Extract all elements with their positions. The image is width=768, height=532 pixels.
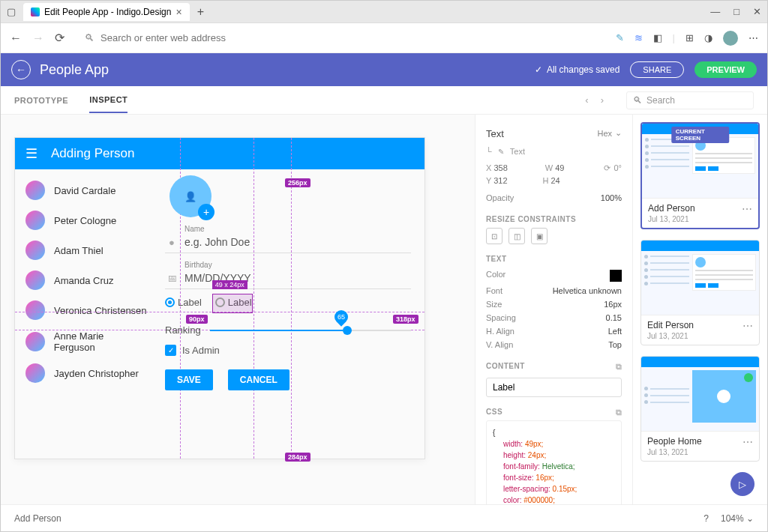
measure-top: 256px xyxy=(285,178,310,187)
slider-thumb[interactable] xyxy=(343,326,352,335)
corner-icon: └ xyxy=(486,147,492,156)
constraint-icon[interactable]: ▣ xyxy=(531,228,548,244)
maximize-icon[interactable]: □ xyxy=(734,6,740,17)
name-field[interactable]: ● e.g. John Doe xyxy=(165,233,411,253)
birthday-field[interactable]: 📅︎ MM/DD/YYYY xyxy=(165,269,411,289)
screens-panel: CURRENT SCREEN Add PersonJul 13, 2021 ⋯ xyxy=(632,115,767,504)
form: 👤 + Name ● e.g. John Doe Birthday 📅︎ MM/… xyxy=(158,169,424,459)
radio-option-1[interactable]: Label xyxy=(165,297,202,308)
flow-icon[interactable]: ≋ xyxy=(634,32,643,43)
search-icon: 🔍︎ xyxy=(85,32,94,43)
refresh-icon[interactable]: ⟳ xyxy=(55,31,68,45)
minimize-icon[interactable]: — xyxy=(710,6,720,17)
close-window-icon[interactable]: ✕ xyxy=(753,6,761,17)
browser-tab[interactable]: Edit People App - Indigo.Design × xyxy=(23,3,190,21)
save-button[interactable]: SAVE xyxy=(165,369,213,390)
copy-icon[interactable]: ⧉ xyxy=(616,362,622,372)
list-item[interactable]: Amanda Cruz xyxy=(15,265,158,295)
people-list: David Cardale Peter Cologne Adam Thiel A… xyxy=(15,169,158,459)
ranking-slider[interactable]: 65 xyxy=(210,330,411,331)
color-format-select[interactable]: Hex ⌄ xyxy=(597,128,622,138)
content-header: CONTENT⧉ xyxy=(486,362,622,370)
app-icon[interactable]: ⊞ xyxy=(686,32,694,43)
measure-right: 318px xyxy=(393,315,418,324)
search-icon: 🔍︎ xyxy=(633,95,642,106)
css-output: { width: 49px; height: 24px; font-family… xyxy=(486,420,622,504)
list-item[interactable]: Veronica Christensen xyxy=(15,295,158,325)
collections-icon[interactable]: ◧ xyxy=(653,32,662,43)
color-swatch[interactable] xyxy=(610,270,622,282)
inspect-panel: Text Hex ⌄ └ ✎ Text X 358 W 49 ⟳0° Y 312… xyxy=(475,115,632,504)
radio-icon xyxy=(215,297,225,307)
calendar-icon: 📅︎ xyxy=(165,273,178,284)
more-icon[interactable]: ⋯ xyxy=(742,320,753,332)
avatar-upload[interactable]: 👤 + xyxy=(170,175,212,217)
tab-inspect[interactable]: INSPECT xyxy=(89,88,128,113)
content-input[interactable] xyxy=(486,378,622,397)
text-header: TEXT xyxy=(486,255,622,263)
copy-icon[interactable]: ⧉ xyxy=(616,408,622,417)
screen-card[interactable]: CURRENT SCREEN Add PersonJul 13, 2021 ⋯ xyxy=(640,122,760,229)
forward-icon[interactable]: → xyxy=(32,31,46,45)
url-input[interactable] xyxy=(100,32,599,43)
extension-icon[interactable]: ✎ xyxy=(616,32,624,43)
edit-icon[interactable]: ✎ xyxy=(498,148,504,156)
play-fab[interactable]: ▷ xyxy=(730,472,754,496)
avatar xyxy=(26,363,45,383)
screen-title: Adding Person xyxy=(51,146,135,161)
person-icon: 👤 xyxy=(184,191,196,202)
more-icon[interactable]: ⋯ xyxy=(742,203,752,215)
admin-checkbox[interactable]: ✓ xyxy=(165,345,176,356)
chevron-down-icon: ⌄ xyxy=(615,128,622,138)
zoom-level[interactable]: 104% ⌄ xyxy=(721,513,754,524)
element-name: Text xyxy=(486,128,504,139)
screen-header: ☰ Adding Person xyxy=(15,138,424,169)
save-status: ✓ All changes saved xyxy=(535,64,620,75)
share-button[interactable]: SHARE xyxy=(630,61,684,78)
tab-title: Edit People App - Indigo.Design xyxy=(44,7,171,17)
breadcrumb: Add Person xyxy=(14,513,62,524)
tabs-icon[interactable]: ▢ xyxy=(7,6,16,17)
list-item[interactable]: Adam Thiel xyxy=(15,235,158,265)
help-icon[interactable]: ? xyxy=(704,513,709,524)
shield-icon[interactable]: ◑ xyxy=(704,32,712,43)
next-icon[interactable]: › xyxy=(601,94,604,106)
more-icon[interactable]: ⋯ xyxy=(742,436,753,448)
app-back-button[interactable]: ← xyxy=(11,60,31,79)
ranking-label: Ranking xyxy=(165,324,201,336)
more-icon[interactable]: ⋯ xyxy=(748,32,758,43)
screen-card[interactable]: Edit PersonJul 13, 2021 ⋯ xyxy=(640,240,760,345)
radio-option-2[interactable]: 49 x 24px Label xyxy=(215,297,252,308)
back-icon[interactable]: ← xyxy=(10,31,23,45)
selection-dims: 49 x 24px xyxy=(212,280,248,289)
screens-search[interactable]: 🔍︎ Search xyxy=(626,91,754,109)
cancel-button[interactable]: CANCEL xyxy=(228,369,290,390)
close-icon[interactable]: × xyxy=(176,6,182,18)
profile-avatar[interactable] xyxy=(723,31,738,46)
prev-icon[interactable]: ‹ xyxy=(585,94,588,106)
constraint-icon[interactable]: ◫ xyxy=(508,228,525,244)
add-icon[interactable]: + xyxy=(198,204,214,220)
menu-icon[interactable]: ☰ xyxy=(26,145,38,162)
constraint-options[interactable]: ⊡ ◫ ▣ xyxy=(486,228,622,244)
new-tab-button[interactable]: + xyxy=(197,5,204,19)
avatar xyxy=(26,211,45,230)
current-screen-badge: CURRENT SCREEN xyxy=(671,127,730,143)
measure-bottom: 284px xyxy=(285,453,310,462)
radio-icon xyxy=(165,297,175,307)
app-bar: ← People App ✓ All changes saved SHARE P… xyxy=(1,53,767,86)
list-item[interactable]: David Cardale xyxy=(15,175,158,205)
measure-left: 90px xyxy=(186,315,208,324)
preview-button[interactable]: PREVIEW xyxy=(694,61,757,78)
admin-label: Is Admin xyxy=(182,345,220,356)
constraints-header: RESIZE CONSTRAINTS xyxy=(486,215,622,223)
avatar xyxy=(26,300,45,320)
avatar xyxy=(26,332,45,351)
constraint-icon[interactable]: ⊡ xyxy=(486,228,502,244)
canvas[interactable]: ☰ Adding Person David Cardale Peter Colo… xyxy=(1,115,475,504)
list-item[interactable]: Peter Cologne xyxy=(15,205,158,235)
tab-prototype[interactable]: PROTOTYPE xyxy=(14,88,68,112)
screen-card[interactable]: People HomeJul 13, 2021 ⋯ xyxy=(640,356,760,462)
url-box[interactable]: 🔍︎ xyxy=(77,29,607,46)
list-item[interactable]: Jayden Christopher xyxy=(15,358,158,388)
